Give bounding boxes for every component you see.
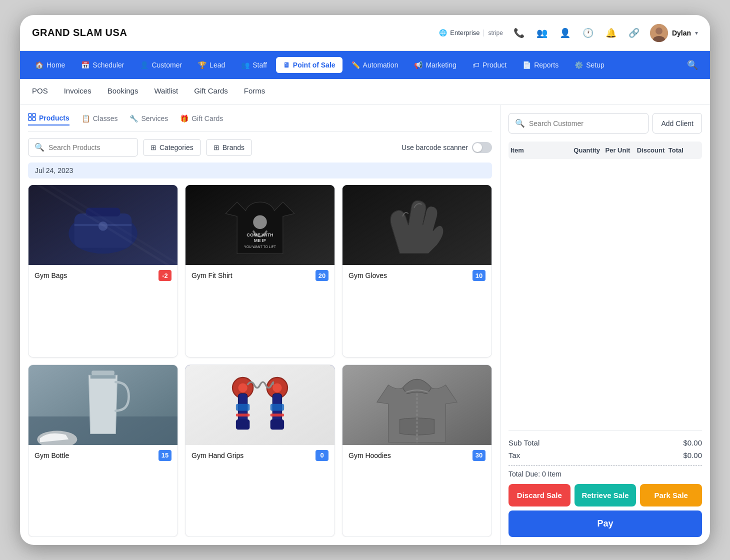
- avatar: [650, 24, 668, 42]
- categories-filter-icon: ⊞: [150, 144, 156, 152]
- cat-tab-products[interactable]: Products: [28, 113, 70, 126]
- svg-rect-5: [28, 118, 32, 120]
- nav-product[interactable]: 🏷 Product: [466, 57, 514, 73]
- search-customer-row: 🔍 Add Client: [508, 113, 702, 134]
- sub-nav-gift-cards[interactable]: Gift Cards: [194, 86, 228, 97]
- clock-icon[interactable]: 🕐: [581, 26, 595, 40]
- nav-setup[interactable]: ⚙️ Setup: [568, 57, 612, 73]
- svg-rect-38: [270, 414, 284, 416]
- cat-products-label: Products: [39, 114, 70, 122]
- toggle-knob: [473, 143, 482, 152]
- gym-gloves-footer: Gym Gloves 10: [342, 265, 492, 286]
- bell-icon[interactable]: 🔔: [604, 26, 618, 40]
- gym-bottle-badge: 15: [158, 450, 172, 461]
- staff-icon: 👥: [241, 61, 250, 69]
- nav-scheduler-label: Scheduler: [92, 61, 124, 69]
- sub-nav-forms[interactable]: Forms: [244, 86, 266, 97]
- svg-point-32: [272, 383, 282, 392]
- product-search-box[interactable]: 🔍: [28, 138, 138, 156]
- tax-label: Tax: [508, 451, 520, 460]
- gym-shirt-name: Gym Fit Shirt: [192, 272, 232, 280]
- nav-automation-label: Automation: [363, 61, 398, 69]
- discard-sale-button[interactable]: Discard Sale: [508, 484, 570, 506]
- products-grid: Gym Bags -2: [28, 184, 492, 537]
- products-tab-icon: [28, 113, 36, 122]
- nav-staff[interactable]: 👥 Staff: [234, 57, 274, 73]
- cart-header-total: Total: [668, 146, 700, 154]
- product-card-gym-bags[interactable]: Gym Bags -2: [28, 184, 178, 358]
- gym-bottle-name: Gym Bottle: [34, 452, 69, 460]
- nav-automation[interactable]: ✏️ Automation: [344, 57, 406, 73]
- share-icon[interactable]: 🔗: [627, 26, 641, 40]
- svg-rect-10: [86, 208, 120, 216]
- park-sale-button[interactable]: Park Sale: [640, 484, 702, 506]
- customer-search-input[interactable]: [529, 120, 642, 128]
- enterprise-label: Enterprise: [450, 29, 480, 36]
- product-card-gym-hoodies[interactable]: Gym Hoodies 30: [342, 364, 492, 538]
- phone-icon[interactable]: 📞: [512, 26, 526, 40]
- chevron-down-icon: ▾: [695, 30, 698, 36]
- product-card-gym-gloves[interactable]: Gym Gloves 10: [342, 184, 492, 358]
- nav-search-icon[interactable]: 🔍: [683, 56, 702, 74]
- barcode-toggle[interactable]: [472, 142, 492, 153]
- sub-nav-bookings[interactable]: Bookings: [108, 86, 138, 97]
- subtotal-label: Sub Total: [508, 438, 540, 447]
- tax-row: Tax $0.00: [508, 449, 702, 462]
- nav-home[interactable]: 🏠 Home: [28, 57, 72, 73]
- nav-staff-label: Staff: [252, 61, 267, 69]
- cart-header: Item Quantity Per Unit Discount Total: [508, 142, 702, 159]
- cat-tab-classes[interactable]: 📋 Classes: [82, 114, 118, 124]
- svg-rect-35: [236, 404, 250, 410]
- nav-customer[interactable]: 👤 Customer: [133, 57, 189, 73]
- svg-text:COME WITH: COME WITH: [246, 232, 273, 238]
- sub-nav-invoices[interactable]: Invoices: [64, 86, 92, 97]
- nav-marketing[interactable]: 📢 Marketing: [407, 57, 463, 73]
- nav-reports[interactable]: 📄 Reports: [516, 57, 566, 73]
- user-menu[interactable]: Dylan ▾: [650, 24, 698, 42]
- gym-hoodies-image: [342, 365, 492, 445]
- gym-bags-footer: Gym Bags -2: [28, 265, 178, 286]
- sub-nav-pos[interactable]: POS: [32, 86, 48, 97]
- enterprise-badge: 🌐 Enterprise stripe: [439, 29, 503, 36]
- retrieve-sale-button[interactable]: Retrieve Sale: [574, 484, 636, 506]
- nav-product-label: Product: [482, 61, 506, 69]
- product-card-gym-grips[interactable]: Gym Hand Grips 0: [185, 364, 335, 538]
- svg-rect-6: [32, 118, 36, 120]
- product-card-gym-shirt[interactable]: COME WITH ME IF YOU WANT TO LIFT Gym Fit…: [185, 184, 335, 358]
- svg-point-16: [253, 216, 267, 230]
- product-card-gym-bottle[interactable]: Gym Bottle 15: [28, 364, 178, 538]
- add-client-button[interactable]: Add Client: [652, 113, 702, 134]
- brands-filter-btn[interactable]: ⊞ Brands: [206, 139, 252, 156]
- gym-grips-name: Gym Hand Grips: [192, 452, 244, 460]
- customer-search-box[interactable]: 🔍: [508, 113, 648, 134]
- gym-grips-badge: 0: [316, 450, 328, 461]
- team-icon[interactable]: 👥: [535, 26, 549, 40]
- nav-lead[interactable]: 🏆 Lead: [191, 57, 232, 73]
- marketing-icon: 📢: [414, 61, 422, 69]
- nav-reports-label: Reports: [534, 61, 558, 69]
- svg-point-1: [656, 28, 662, 34]
- cart-header-item: Item: [510, 146, 574, 154]
- svg-rect-36: [270, 404, 284, 410]
- app-logo: GRAND SLAM USA: [32, 27, 127, 38]
- cat-tab-services[interactable]: 🔧 Services: [130, 114, 168, 124]
- categories-filter-btn[interactable]: ⊞ Categories: [143, 139, 201, 156]
- product-search-input[interactable]: [48, 144, 132, 152]
- cat-tab-gift-cards[interactable]: 🎁 Gift Cards: [180, 114, 223, 124]
- sub-nav-waitlist[interactable]: Waitlist: [154, 86, 178, 97]
- barcode-scanner-row: Use barcode scanner: [402, 142, 492, 153]
- top-right-controls: 🌐 Enterprise stripe 📞 👥 👤 🕐 🔔 🔗 Dylan: [439, 24, 698, 42]
- gym-hoodies-badge: 30: [472, 450, 486, 461]
- main-content: Products 📋 Classes 🔧 Services 🎁 Gift Car…: [20, 105, 710, 545]
- nav-scheduler[interactable]: 📅 Scheduler: [74, 57, 131, 73]
- globe-icon: 🌐: [439, 29, 447, 36]
- nav-pos[interactable]: 🖥 Point of Sale: [276, 57, 342, 73]
- pay-button[interactable]: Pay: [508, 510, 702, 537]
- svg-text:ME IF: ME IF: [254, 238, 266, 243]
- stripe-label: stripe: [483, 30, 503, 36]
- nav-home-label: Home: [46, 61, 65, 69]
- filters-row: 🔍 ⊞ Categories ⊞ Brands Use barcode scan…: [28, 138, 492, 156]
- user-plus-icon[interactable]: 👤: [558, 26, 572, 40]
- svg-rect-30: [236, 419, 250, 430]
- cart-header-discount: Discount: [637, 146, 668, 154]
